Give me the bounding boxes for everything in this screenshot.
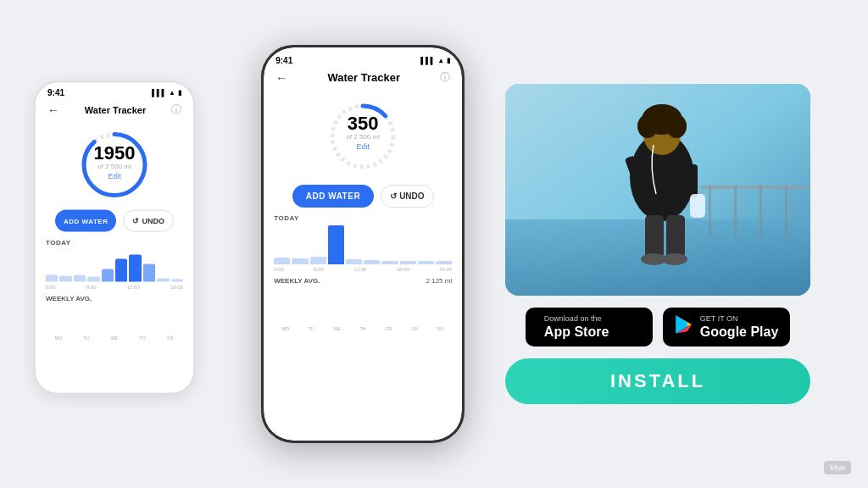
bar-fg-9 (418, 261, 434, 264)
google-play-icon (675, 315, 693, 338)
svg-point-17 (662, 253, 687, 265)
bar-fg-10 (436, 261, 452, 264)
right-section: Download on the App Store GET IT ON (481, 17, 834, 471)
wifi-icon-fg: ▲ (437, 57, 444, 64)
status-icons-bg: ▌▌▌ ▲ ▮ (152, 89, 181, 97)
apple-store-text: Download on the App Store (544, 314, 609, 340)
chart-label-2: 12:00 (127, 285, 140, 290)
undo-icon-bg: ↺ (132, 217, 139, 225)
hero-image (505, 84, 810, 296)
google-play-button[interactable]: GET IT ON Google Play (663, 308, 790, 347)
install-button[interactable]: INSTALL (505, 358, 810, 404)
status-bar-bg: 9:41 ▌▌▌ ▲ ▮ (36, 83, 193, 99)
app-title-bg: Water Tracker (85, 104, 146, 114)
chart-label-0: 0:00 (46, 285, 56, 290)
apple-store-small-text: Download on the (544, 314, 609, 324)
svg-rect-15 (666, 215, 685, 258)
bar-fg-2 (292, 258, 308, 264)
ring-center-bg: 1950 of 2 500 ml Edit (94, 144, 136, 180)
bar-bg-8 (143, 264, 155, 282)
btn-row-fg: ADD WATER ↺ UNDO (264, 185, 462, 214)
bar-fg-5 (346, 259, 362, 264)
bar-bg-7 (129, 254, 141, 281)
undo-icon-fg: ↺ (390, 191, 397, 201)
weekly-avg-value-fg: 2 125 ml (426, 277, 453, 285)
svg-rect-19 (709, 186, 711, 236)
today-label-fg: TODAY (264, 214, 462, 225)
ring-center-fg: 350 of 2 500 ml Edit (346, 114, 380, 150)
google-play-small-text: GET IT ON (700, 314, 778, 324)
chart-fg-label-1: 6:00 (314, 267, 324, 272)
bar-fg-4 (328, 225, 344, 264)
info-icon-bg[interactable]: ⓘ (171, 103, 181, 117)
weekly-chart-fg: MO TU WE TH (264, 286, 462, 333)
btn-row-bg: ADD WATER ↺ UNDO (36, 210, 193, 239)
svg-point-9 (637, 114, 658, 138)
ring-edit-bg[interactable]: Edit (94, 172, 136, 180)
weekly-header-fg: WEEKLY AVG. 2 125 ml (264, 275, 462, 286)
svg-rect-21 (760, 186, 762, 236)
today-label-bg: TODAY (36, 239, 193, 250)
battery-icon-fg: ▮ (447, 57, 450, 64)
bar-bg-6 (115, 259, 127, 282)
weekly-header-bg: WEEKLY AVG. (36, 293, 193, 304)
phone-foreground: 9:41 ▌▌▌ ▲ ▮ ← Water Tracker ⓘ (261, 45, 465, 443)
bar-bg-4 (87, 277, 99, 282)
chart-labels-fg: 0:00 6:00 12:00 18:00 24:00 (264, 266, 462, 275)
app-header-bg: ← Water Tracker ⓘ (36, 99, 193, 122)
google-play-svg (675, 315, 693, 334)
chart-labels-bg: 0:00 6:00 12:00 18:00 (36, 284, 193, 293)
bar-chart-today-bg (36, 250, 193, 284)
signal-icon: ▌▌▌ (152, 89, 166, 97)
weekly-bar-fr: FR (158, 335, 183, 341)
svg-rect-14 (645, 215, 664, 258)
bar-fg-3 (310, 257, 326, 264)
app-header-fg: ← Water Tracker ⓘ (264, 67, 462, 90)
ring-edit-fg[interactable]: Edit (346, 141, 380, 150)
back-arrow-icon-bg[interactable]: ← (47, 103, 59, 116)
bar-bg-9 (157, 279, 169, 282)
app-title-fg: Water Tracker (327, 71, 400, 84)
chart-fg-label-0: 0:00 (274, 267, 284, 272)
weekly-bar-tu: TU (74, 335, 99, 341)
add-water-button-fg[interactable]: ADD WATER (292, 185, 374, 208)
weekly-label-bg: WEEKLY AVG. (46, 295, 92, 302)
weekly-fg-bar-sa: SA (403, 325, 426, 331)
back-arrow-icon-fg[interactable]: ← (275, 71, 287, 85)
hero-person-svg (505, 84, 810, 296)
wifi-icon: ▲ (169, 89, 175, 97)
battery-icon: ▮ (178, 89, 181, 97)
main-container: 9:41 ▌▌▌ ▲ ▮ ← Water Tracker ⓘ (0, 0, 868, 488)
chart-label-3: 18:00 (170, 285, 183, 290)
watermark: Mue (824, 461, 851, 474)
bar-bg-2 (59, 276, 71, 282)
info-icon-fg[interactable]: ⓘ (440, 70, 450, 85)
bar-chart-today-fg (264, 225, 462, 266)
photo-overlay (505, 84, 810, 296)
weekly-fg-bar-tu: TU (300, 325, 323, 331)
apple-store-button[interactable]: Download on the App Store (526, 308, 653, 347)
svg-rect-11 (687, 164, 698, 198)
svg-rect-20 (734, 186, 737, 236)
weekly-bar-we: WE (102, 335, 127, 341)
add-water-button-bg[interactable]: ADD WATER (55, 210, 116, 232)
undo-button-fg[interactable]: ↺ UNDO (381, 185, 433, 208)
bar-fg-8 (400, 261, 416, 264)
ring-value-fg: 350 (346, 114, 380, 132)
bar-bg-5 (102, 269, 114, 281)
status-time-fg: 9:41 (275, 56, 292, 65)
signal-icon-fg: ▌▌▌ (420, 57, 435, 64)
chart-fg-label-3: 18:00 (397, 267, 409, 272)
weekly-bar-th: TH (130, 335, 155, 341)
bar-bg-3 (74, 274, 86, 281)
weekly-fg-bar-su: SU (429, 325, 452, 331)
undo-button-bg[interactable]: ↺ UNDO (123, 210, 174, 232)
weekly-fg-bar-we: WE (326, 325, 348, 331)
phone-background: 9:41 ▌▌▌ ▲ ▮ ← Water Tracker ⓘ (34, 81, 195, 395)
phone-bg-screen: 9:41 ▌▌▌ ▲ ▮ ← Water Tracker ⓘ (36, 83, 193, 393)
svg-point-10 (666, 114, 687, 138)
weekly-fg-bar-fr: FR (377, 325, 400, 331)
google-play-text: GET IT ON Google Play (700, 314, 778, 340)
status-bar-fg: 9:41 ▌▌▌ ▲ ▮ (264, 47, 462, 67)
ring-value-bg: 1950 (94, 144, 136, 163)
